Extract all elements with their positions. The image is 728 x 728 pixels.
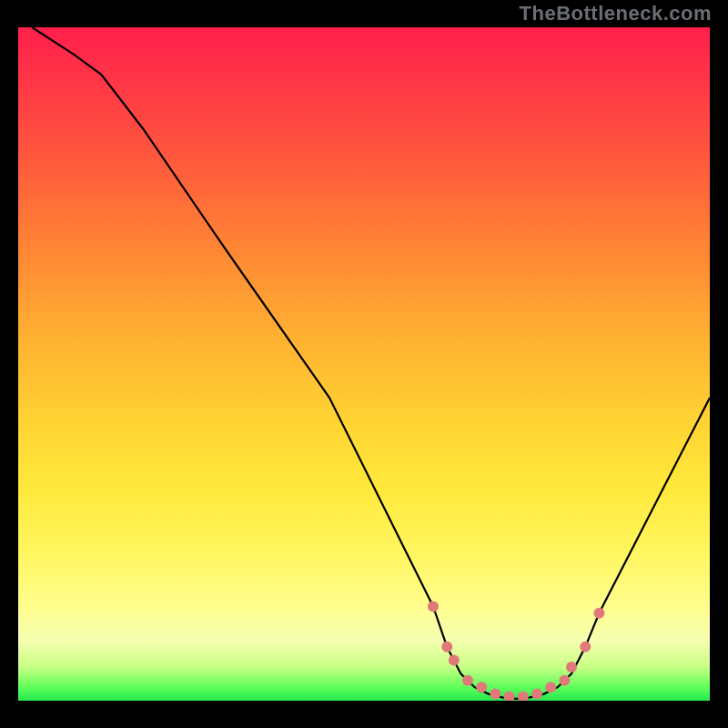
marker-dot (545, 682, 556, 693)
chart-svg (18, 27, 710, 701)
marker-dot (476, 682, 487, 693)
marker-dot (518, 692, 529, 701)
watermark-text: TheBottleneck.com (520, 2, 712, 25)
series-curve (32, 27, 710, 699)
marker-dot (566, 662, 577, 672)
marker-dot (490, 689, 500, 700)
marker-dot (531, 689, 542, 700)
marker-dot (462, 675, 473, 686)
marker-dot (441, 642, 452, 652)
marker-dot (580, 642, 591, 652)
marker-dot (504, 692, 515, 701)
marker-dot (449, 655, 460, 666)
marker-dots (428, 601, 604, 701)
marker-dot (559, 675, 570, 686)
marker-dot (593, 608, 604, 619)
marker-dot (428, 601, 439, 612)
chart-container: TheBottleneck.com (0, 0, 728, 728)
plot-area (18, 27, 710, 701)
